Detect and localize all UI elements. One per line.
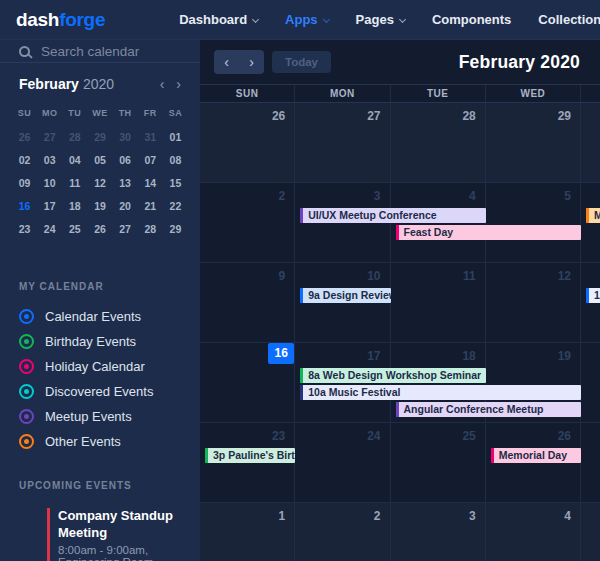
mini-day[interactable]: 17 xyxy=(37,195,62,218)
calendar-day-cell[interactable]: 9 xyxy=(200,263,295,342)
mini-day[interactable]: 07 xyxy=(138,149,163,172)
topbar: dashforge DashboardAppsPagesComponentsCo… xyxy=(0,0,600,40)
mini-calendar: February2020 ‹ › SUMOTUWETHFRSA262728293… xyxy=(0,63,200,241)
mini-day[interactable]: 24 xyxy=(37,218,62,241)
today-button[interactable]: Today xyxy=(272,51,331,73)
calendar-day-cell[interactable]: 2 xyxy=(200,183,295,262)
mini-day[interactable]: 25 xyxy=(62,218,87,241)
mini-day[interactable]: 30 xyxy=(113,126,138,149)
calendar-day-cell[interactable]: 16 xyxy=(200,343,295,422)
calendar-month-title: February 2020 xyxy=(459,52,580,73)
calendar-day-cell[interactable]: 2 xyxy=(295,503,390,561)
calendar-day-cell[interactable]: 3 xyxy=(391,503,486,561)
my-calendar-list: Calendar EventsBirthday EventsHoliday Ca… xyxy=(0,304,200,454)
calendar-filter-discovered-events[interactable]: Discovered Events xyxy=(0,379,200,404)
mini-day[interactable]: 02 xyxy=(12,149,37,172)
calendar-filter-label: Meetup Events xyxy=(45,409,132,424)
calendar-day-cell[interactable]: 26 xyxy=(200,103,295,182)
mini-prev-icon[interactable]: ‹ xyxy=(160,77,165,91)
calendar-week-row: 12345 xyxy=(200,503,600,561)
calendar-event[interactable]: Angular Conference Meetup xyxy=(396,402,582,417)
mini-day[interactable]: 29 xyxy=(87,126,112,149)
mini-day[interactable]: 03 xyxy=(37,149,62,172)
mini-day[interactable]: 04 xyxy=(62,149,87,172)
calendar-day-cell[interactable]: 12 xyxy=(486,263,581,342)
mini-day[interactable]: 31 xyxy=(138,126,163,149)
next-month-button[interactable]: › xyxy=(239,50,264,74)
calendar-color-dot xyxy=(24,414,29,419)
mini-day[interactable]: 12 xyxy=(87,172,112,195)
calendar-day-cell[interactable]: 25 xyxy=(391,423,486,502)
mini-day[interactable]: 11 xyxy=(62,172,87,195)
logo-forge: forge xyxy=(59,9,105,30)
app-logo[interactable]: dashforge xyxy=(16,9,105,31)
calendar-day-cell[interactable]: 5 xyxy=(581,503,600,561)
calendar-event[interactable]: Memorial Day xyxy=(491,448,581,463)
calendar-event[interactable]: Feast Day xyxy=(396,225,582,240)
calendar-day-cell[interactable]: 28 xyxy=(391,103,486,182)
calendar-event[interactable]: 10a Music Festival xyxy=(300,385,581,400)
mini-day[interactable]: 09 xyxy=(12,172,37,195)
nav-item-components[interactable]: Components xyxy=(432,12,511,27)
mini-day[interactable]: 21 xyxy=(138,195,163,218)
nav-item-collections[interactable]: Collections xyxy=(538,12,600,27)
calendar-day-cell[interactable]: 5 xyxy=(486,183,581,262)
mini-day[interactable]: 20 xyxy=(113,195,138,218)
mini-day[interactable]: 13 xyxy=(113,172,138,195)
calendar-filter-other-events[interactable]: Other Events xyxy=(0,429,200,454)
calendar-event[interactable]: 12p xyxy=(586,288,600,303)
mini-day[interactable]: 08 xyxy=(163,149,188,172)
nav-item-dashboard[interactable]: Dashboard xyxy=(179,12,258,27)
mini-day[interactable]: 05 xyxy=(87,149,112,172)
cell-date-number: 27 xyxy=(367,109,380,123)
mini-day[interactable]: 10 xyxy=(37,172,62,195)
mini-next-icon[interactable]: › xyxy=(176,77,181,91)
calendar-filter-holiday-calendar[interactable]: Holiday Calendar xyxy=(0,354,200,379)
mini-day[interactable]: 28 xyxy=(138,218,163,241)
calendar-event[interactable]: 3p Pauline's Birthday xyxy=(205,448,295,463)
mini-day[interactable]: 22 xyxy=(163,195,188,218)
nav-item-pages[interactable]: Pages xyxy=(356,12,405,27)
calendar-color-dot xyxy=(24,364,29,369)
mini-day-today[interactable]: 16 xyxy=(12,195,37,218)
mini-day[interactable]: 26 xyxy=(12,126,37,149)
mini-day[interactable]: 27 xyxy=(113,218,138,241)
calendar-day-cell[interactable]: 20 xyxy=(581,343,600,422)
calendar-day-cell[interactable]: 24 xyxy=(295,423,390,502)
calendar-week-row: 9101112139a Design Review12p xyxy=(200,263,600,343)
nav-item-apps[interactable]: Apps xyxy=(285,12,329,27)
mini-day[interactable]: 29 xyxy=(163,218,188,241)
calendar-day-cell[interactable]: 1 xyxy=(200,503,295,561)
calendar-event[interactable]: My xyxy=(586,208,600,223)
calendar-event[interactable]: UI/UX Meetup Conference xyxy=(300,208,486,223)
mini-day[interactable]: 19 xyxy=(87,195,112,218)
search-input[interactable] xyxy=(41,44,200,59)
calendar-day-cell[interactable]: 27 xyxy=(295,103,390,182)
calendar-filter-birthday-events[interactable]: Birthday Events xyxy=(0,329,200,354)
mini-day[interactable]: 14 xyxy=(138,172,163,195)
calendar-main: ‹ › Today February 2020 SUNMONTUEWEDTHU … xyxy=(200,40,600,561)
mini-day[interactable]: 01 xyxy=(163,126,188,149)
mini-day[interactable]: 06 xyxy=(113,149,138,172)
mini-day[interactable]: 23 xyxy=(12,218,37,241)
calendar-day-cell[interactable]: 27 xyxy=(581,423,600,502)
cell-date-number: 29 xyxy=(558,109,571,123)
mini-day-header: TH xyxy=(113,104,138,126)
mini-day[interactable]: 26 xyxy=(87,218,112,241)
mini-day[interactable]: 27 xyxy=(37,126,62,149)
calendar-filter-label: Birthday Events xyxy=(45,334,136,349)
mini-day[interactable]: 18 xyxy=(62,195,87,218)
calendar-day-cell[interactable]: 29 xyxy=(486,103,581,182)
calendar-event[interactable]: 8a Web Design Workshop Seminar xyxy=(300,368,486,383)
calendar-color-icon xyxy=(19,334,34,349)
calendar-filter-calendar-events[interactable]: Calendar Events xyxy=(0,304,200,329)
mini-day[interactable]: 15 xyxy=(163,172,188,195)
calendar-event[interactable]: 9a Design Review xyxy=(300,288,390,303)
calendar-filter-meetup-events[interactable]: Meetup Events xyxy=(0,404,200,429)
calendar-day-cell[interactable]: 4 xyxy=(486,503,581,561)
calendar-day-cell[interactable]: 11 xyxy=(391,263,486,342)
calendar-day-cell[interactable]: 30 xyxy=(581,103,600,182)
prev-month-button[interactable]: ‹ xyxy=(214,50,239,74)
upcoming-event[interactable]: Company Standup Meeting8:00am - 9:00am, … xyxy=(0,507,200,561)
mini-day[interactable]: 28 xyxy=(62,126,87,149)
